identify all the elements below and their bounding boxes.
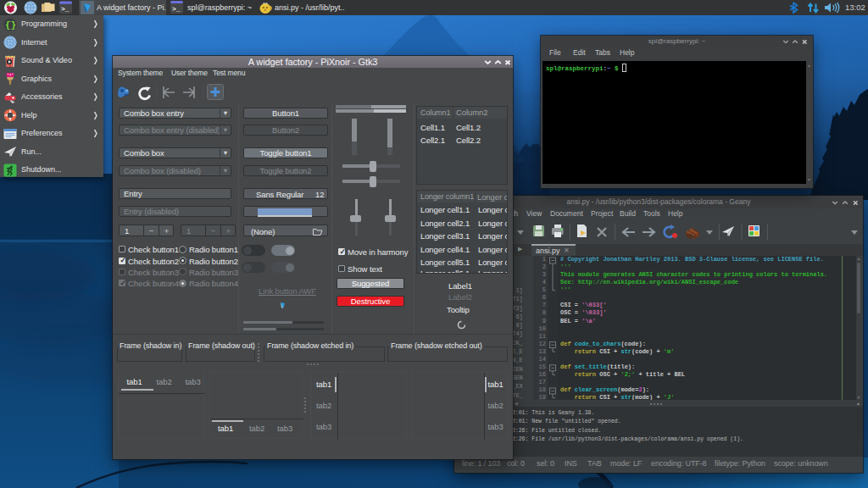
svg-text:{}: {} [5, 20, 16, 30]
svg-text:>_: >_ [172, 5, 181, 13]
svg-text:>_: >_ [61, 5, 70, 13]
